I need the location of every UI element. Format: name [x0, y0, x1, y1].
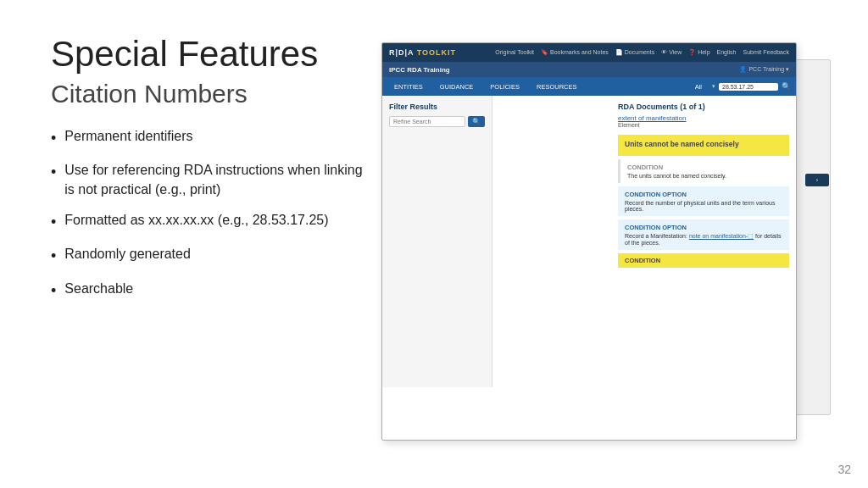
bullet-item-5: • Searchable: [51, 280, 364, 302]
bottom-condition-bar: CONDITION: [618, 253, 789, 268]
bullet-text-3: Formatted as xx.xx.xx.xx (e.g., 28.53.17…: [64, 211, 328, 230]
filter-input[interactable]: [389, 116, 465, 127]
bullet-text-2: Use for referencing RDA instructions whe…: [64, 161, 364, 199]
bullet-item-1: • Permanent identifiers: [51, 127, 364, 149]
bullet-dot-2: •: [51, 162, 56, 183]
nav-link-feedback: Submit Feedback: [743, 49, 789, 56]
nav-link-original: Original Toolkit: [495, 49, 534, 56]
nav-link-bookmarks: 🔖 Bookmarks and Notes: [541, 49, 609, 56]
nav-link-docs: 📄 Documents: [615, 49, 654, 56]
nav-brand: R|D|A TOOLKIT: [389, 48, 456, 57]
nav-search-input[interactable]: [719, 83, 778, 91]
nav-tabs-bar: ENTITIES GUIDANCE POLICIES RESOURCES All…: [382, 77, 796, 96]
condition-option-2: CONDITION OPTION Record a Manifestation:…: [618, 219, 789, 250]
tab-entities: ENTITIES: [387, 81, 430, 92]
condition-option-label-1: CONDITION OPTION: [625, 191, 782, 198]
filter-search: 🔍: [389, 116, 485, 127]
bullet-item-4: • Randomly generated: [51, 245, 364, 267]
bullet-dot-1: •: [51, 128, 56, 149]
condition-block-1: CONDITION The units cannot be named conc…: [618, 159, 789, 183]
content-area: RDA Documents (1 of 1) extent of manifes…: [611, 96, 796, 387]
bullet-list: • Permanent identifiers • Use for refere…: [51, 127, 364, 302]
condition-option-text-1: Record the number of physical units and …: [625, 200, 782, 212]
nav-link-english: English: [717, 49, 737, 56]
condition-option-link[interactable]: note on manifestation-⬚: [689, 233, 754, 239]
yellow-title: Units cannot be named concisely: [625, 140, 782, 148]
condition-label-1: CONDITION: [627, 164, 782, 171]
page-number: 32: [837, 463, 851, 476]
tab-guidance: GUIDANCE: [433, 81, 481, 92]
rda-docs-title: RDA Documents (1 of 1): [618, 103, 789, 111]
tab-policies: POLICIES: [483, 81, 526, 92]
tab-resources: RESOURCES: [530, 81, 584, 92]
screenshot-area: R|D|A TOOLKIT Original Toolkit 🔖 Bookmar…: [381, 42, 826, 463]
filter-title: Filter Results: [389, 103, 485, 111]
bullet-item-2: • Use for referencing RDA instructions w…: [51, 161, 364, 199]
slide-subtitle: Citation Numbers: [51, 80, 364, 108]
nav-user-label: 👤 PCC Training ▾: [739, 66, 789, 73]
bullet-text-1: Permanent identifiers: [64, 127, 192, 146]
side-decoration: ›: [805, 174, 829, 186]
nav-search-area: All ▾ 🔍: [688, 81, 791, 92]
condition-option-label-2: CONDITION OPTION: [625, 224, 782, 231]
screenshot-wrapper: R|D|A TOOLKIT Original Toolkit 🔖 Bookmar…: [381, 42, 822, 458]
bullet-dot-3: •: [51, 212, 56, 233]
bullet-text-4: Randomly generated: [64, 245, 191, 263]
rda-doc-sub: Element: [618, 122, 789, 128]
tab-all: All: [688, 81, 709, 92]
bullet-dot-4: •: [51, 246, 56, 267]
nav-top-bar: R|D|A TOOLKIT Original Toolkit 🔖 Bookmar…: [382, 43, 796, 62]
slide-title: Special Features: [51, 34, 364, 75]
nav-link-view: 👁 View: [661, 49, 682, 56]
filter-area: Filter Results 🔍: [382, 96, 492, 387]
nav-second-bar: IPCC RDA Training 👤 PCC Training ▾: [382, 62, 796, 77]
rda-doc-link[interactable]: extent of manifestation: [618, 114, 789, 122]
bullet-text-5: Searchable: [64, 280, 133, 298]
main-card: R|D|A TOOLKIT Original Toolkit 🔖 Bookmar…: [381, 42, 797, 441]
nav-training-label: IPCC RDA Training: [389, 66, 450, 74]
nav-links: Original Toolkit 🔖 Bookmarks and Notes 📄…: [495, 49, 789, 56]
condition-text-1: The units cannot be named concisely.: [627, 173, 782, 179]
nav-link-help: ❓ Help: [688, 49, 709, 56]
yellow-section: Units cannot be named concisely: [618, 135, 789, 156]
nav-search-icon: 🔍: [782, 82, 791, 91]
condition-option-1: CONDITION OPTION Record the number of ph…: [618, 186, 789, 216]
bullet-item-3: • Formatted as xx.xx.xx.xx (e.g., 28.53.…: [51, 211, 364, 233]
bullet-dot-5: •: [51, 280, 56, 302]
condition-option-text-2: Record a Manifestation: note on manifest…: [625, 233, 782, 246]
filter-search-button[interactable]: 🔍: [468, 116, 485, 127]
